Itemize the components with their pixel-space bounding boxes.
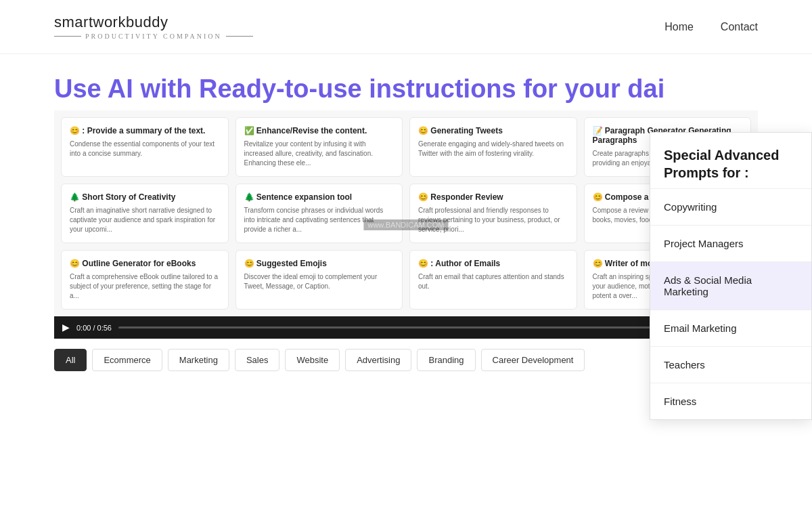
logo-area: smartworkbuddy PRODUCTIVITY COMPANION [54, 14, 253, 40]
progress-bar[interactable] [118, 326, 733, 329]
dropdown-item-teachers[interactable]: Teachers [650, 346, 811, 383]
filter-tab-marketing[interactable]: Marketing [168, 349, 229, 371]
card-2-title: ✅ Enhance/Revise the content. [244, 126, 394, 135]
main-nav: Home Contact [664, 21, 758, 33]
card-2[interactable]: ✅ Enhance/Revise the content. Revitalize… [235, 117, 403, 177]
dropdown-panel: Special Advanced Prompts for : Copywriti… [650, 132, 812, 420]
card-3-desc: Generate engaging and widely-shared twee… [418, 140, 568, 158]
card-10-desc: Discover the ideal emoji to complement y… [244, 272, 394, 291]
card-6-desc: Transform concise phrases or individual … [244, 206, 394, 234]
card-1-desc: Condense the essential components of you… [70, 140, 220, 158]
card-3-title: 😊 Generating Tweets [418, 126, 568, 135]
filter-tab-sales[interactable]: Sales [235, 349, 280, 371]
card-9-desc: Craft a comprehensive eBook outline tail… [70, 272, 220, 301]
play-button[interactable]: ▶ [62, 322, 70, 333]
dropdown-item-project-managers[interactable]: Project Managers [650, 225, 811, 261]
card-11[interactable]: 😊 : Author of Emails Craft an email that… [409, 250, 577, 310]
card-7-desc: Craft professional and friendly response… [418, 206, 568, 234]
filter-tab-website[interactable]: Website [285, 349, 340, 371]
card-9[interactable]: 😊 Outline Generator for eBooks Craft a c… [61, 250, 229, 310]
card-1[interactable]: 😊 : Provide a summary of the text. Conde… [61, 117, 229, 177]
filter-tab-ecommerce[interactable]: Ecommerce [92, 349, 162, 371]
card-11-title: 😊 : Author of Emails [418, 259, 568, 268]
card-10[interactable]: 😊 Suggested Emojis Discover the ideal em… [235, 250, 403, 310]
card-10-title: 😊 Suggested Emojis [244, 259, 394, 268]
hero-section: Use AI with Ready-to-use instructions fo… [0, 54, 812, 110]
filter-tab-advertising[interactable]: Advertising [345, 349, 411, 371]
dropdown-item-email-marketing[interactable]: Email Marketing [650, 310, 811, 346]
card-7[interactable]: 😊 Responder Review Craft professional an… [409, 184, 577, 243]
nav-contact[interactable]: Contact [721, 21, 758, 33]
hero-title-highlight: Ready-to-use instructions for your dai [199, 75, 664, 103]
card-9-title: 😊 Outline Generator for eBooks [70, 259, 220, 268]
logo-subtitle: PRODUCTIVITY COMPANION [54, 33, 253, 40]
header: smartworkbuddy PRODUCTIVITY COMPANION Ho… [0, 0, 812, 54]
card-6-title: 🌲 Sentence expansion tool [244, 192, 394, 202]
card-3[interactable]: 😊 Generating Tweets Generate engaging an… [409, 117, 577, 177]
card-5[interactable]: 🌲 Short Story of Creativity Craft an ima… [61, 184, 229, 243]
card-11-desc: Craft an email that captures attention a… [418, 272, 568, 291]
hero-title: Use AI with Ready-to-use instructions fo… [54, 75, 758, 104]
dropdown-header: Special Advanced Prompts for : [650, 133, 811, 188]
card-5-title: 🌲 Short Story of Creativity [70, 192, 220, 202]
dropdown-item-fitness[interactable]: Fitness [650, 383, 811, 419]
card-5-desc: Craft an imaginative short narrative des… [70, 206, 220, 234]
nav-home[interactable]: Home [664, 21, 694, 33]
card-7-title: 😊 Responder Review [418, 192, 568, 202]
filter-tab-career-development[interactable]: Career Development [481, 349, 585, 371]
dropdown-item-ads-social[interactable]: Ads & Social Media Marketing [650, 261, 811, 310]
logo-text: smartworkbuddy [54, 14, 253, 31]
hero-title-plain: Use AI with [54, 75, 199, 103]
filter-tab-all[interactable]: All [54, 349, 87, 371]
card-6[interactable]: 🌲 Sentence expansion tool Transform conc… [235, 184, 403, 243]
card-1-title: 😊 : Provide a summary of the text. [70, 126, 220, 135]
dropdown-item-copywriting[interactable]: Copywriting [650, 188, 811, 225]
time-display: 0:00 / 0:56 [76, 324, 112, 332]
filter-tab-branding[interactable]: Branding [417, 349, 475, 371]
card-2-desc: Revitalize your content by infusing it w… [244, 140, 394, 168]
